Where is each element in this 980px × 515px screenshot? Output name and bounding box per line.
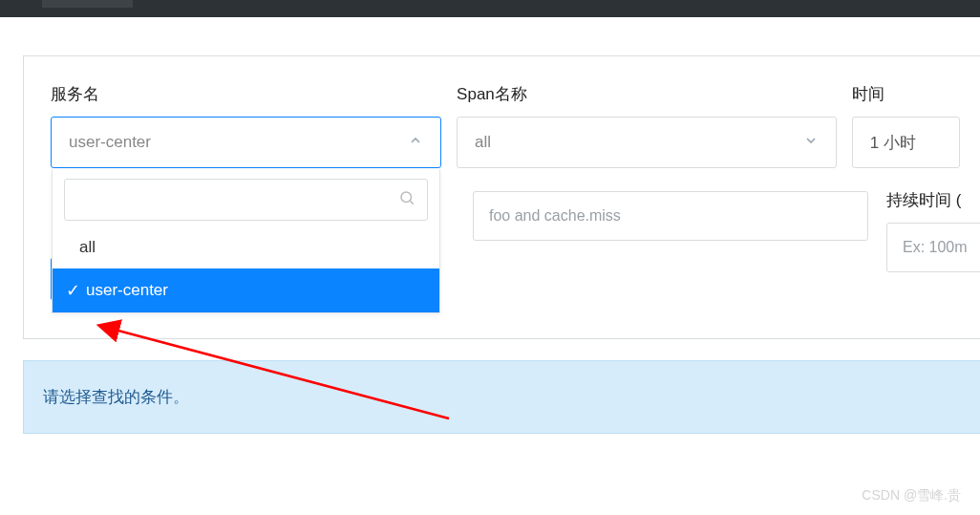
- service-select[interactable]: user-center all ✓ user-center: [51, 117, 441, 168]
- dropdown-option-all[interactable]: all: [53, 226, 439, 268]
- annotation-placeholder-text: foo and cache.miss: [489, 207, 621, 225]
- dropdown-search-input[interactable]: [76, 180, 398, 220]
- label-service: 服务名: [51, 83, 441, 105]
- search-icon: [398, 189, 415, 210]
- span-select-value: all: [475, 133, 803, 152]
- duration-placeholder: Ex: 100m: [903, 239, 968, 256]
- service-dropdown: all ✓ user-center: [52, 169, 440, 313]
- time-select[interactable]: 1 小时: [852, 117, 960, 168]
- time-select-value: 1 小时: [870, 132, 942, 154]
- check-icon: ✓: [66, 280, 80, 301]
- annotation-input-wrapper[interactable]: foo and cache.miss: [473, 191, 868, 241]
- field-time: 时间 1 小时: [852, 83, 960, 168]
- service-select-value: user-center: [69, 133, 408, 152]
- duration-input-wrapper[interactable]: Ex: 100m: [886, 223, 980, 272]
- chevron-up-icon: [408, 133, 423, 152]
- chevron-down-icon: [803, 133, 819, 152]
- field-duration: 持续时间 ( Ex: 100m: [886, 189, 980, 272]
- active-tab-indicator: [42, 0, 133, 8]
- svg-point-0: [401, 192, 412, 203]
- dropdown-search[interactable]: [64, 179, 428, 221]
- span-select[interactable]: all: [457, 117, 837, 168]
- notice-banner: 请选择查找的条件。: [23, 360, 980, 434]
- label-span: Span名称: [457, 83, 837, 105]
- field-span: Span名称 all: [457, 83, 837, 168]
- field-service: 服务名 user-center all ✓ user: [51, 83, 441, 168]
- label-time: 时间: [852, 83, 960, 105]
- search-panel: 服务名 user-center all ✓ user: [23, 55, 980, 339]
- dropdown-option-user-center[interactable]: ✓ user-center: [53, 268, 439, 312]
- top-bar: [0, 0, 980, 17]
- dropdown-option-label: user-center: [86, 281, 168, 300]
- label-duration: 持续时间 (: [886, 189, 980, 211]
- svg-line-1: [410, 201, 413, 204]
